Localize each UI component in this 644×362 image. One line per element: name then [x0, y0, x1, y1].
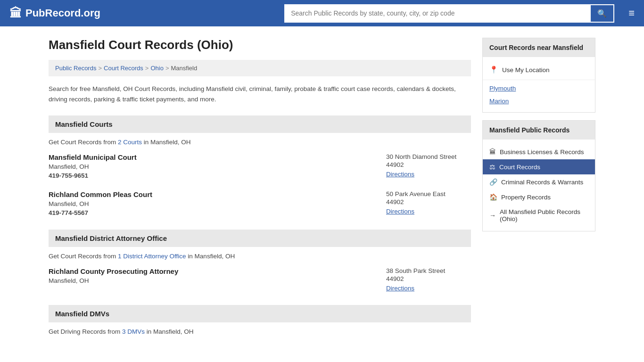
pin-icon: 📍: [489, 66, 498, 74]
sidebar-item-property[interactable]: 🏠 Property Records: [483, 189, 595, 205]
breadcrumb-ohio[interactable]: Ohio: [150, 65, 163, 72]
sidebar-item-all-records[interactable]: → All Mansfield Public Records (Ohio): [483, 205, 595, 226]
breadcrumb-sep-3: >: [165, 65, 169, 72]
sidebar-label-all: All Mansfield Public Records (Ohio): [500, 208, 588, 222]
menu-button[interactable]: ≡: [628, 8, 635, 18]
business-icon: 🏛: [489, 148, 496, 156]
logo-icon: 🏛: [9, 6, 22, 21]
court-phone-1: 419-755-9651: [49, 172, 137, 179]
court-zip-2: 44902: [386, 198, 471, 206]
court-info-2: Richland Common Pleas Court Mansfield, O…: [49, 190, 152, 216]
sidebar-near-body: 📍 Use My Location Plymouth Marion: [483, 57, 595, 112]
sidebar-public-records-box: Mansfield Public Records 🏛 Business Lice…: [482, 120, 595, 231]
directions-link-1[interactable]: Directions: [386, 171, 414, 178]
court-city-2: Mansfield, OH: [49, 200, 152, 207]
sidebar-near-plymouth[interactable]: Plymouth: [483, 82, 595, 95]
sidebar-divider-1: [483, 80, 595, 80]
page-description: Search for free Mansfield, OH Court Reco…: [49, 84, 471, 104]
courts-section: Mansfield Courts Get Court Records from …: [49, 115, 471, 216]
main-container: Mansfield Court Records (Ohio) Public Re…: [39, 26, 605, 360]
table-row: Richland Common Pleas Court Mansfield, O…: [49, 190, 471, 216]
arrow-icon: →: [489, 212, 496, 219]
breadcrumb-mansfield: Mansfield: [171, 65, 198, 72]
da-section: Mansfield District Attorney Office Get C…: [49, 230, 471, 292]
court-icon: ⚖: [489, 163, 495, 171]
da-zip-1: 44902: [386, 275, 471, 282]
sidebar-label-property: Property Records: [501, 194, 551, 201]
courts-section-header: Mansfield Courts: [49, 115, 471, 133]
sidebar-item-court-records[interactable]: ⚖ Court Records: [483, 159, 595, 174]
courts-count-link[interactable]: 2 Courts: [118, 139, 142, 146]
da-info-1: Richland County Prosecuting Attorney Man…: [49, 267, 178, 285]
site-header: 🏛 PubRecord.org 🔍 ≡: [0, 0, 644, 26]
menu-icon: ≡: [628, 7, 635, 19]
table-row: Mansfield Municipal Court Mansfield, OH …: [49, 153, 471, 179]
sidebar-label-criminal: Criminal Records & Warrants: [501, 179, 583, 186]
breadcrumb-public-records[interactable]: Public Records: [55, 65, 96, 72]
court-right-1: 30 North Diamond Street 44902 Directions: [386, 153, 471, 178]
da-name-1: Richland County Prosecuting Attorney: [49, 267, 178, 275]
search-icon: 🔍: [597, 9, 607, 17]
search-button[interactable]: 🔍: [590, 4, 614, 23]
directions-link-3[interactable]: Directions: [386, 285, 414, 292]
court-name-1: Mansfield Municipal Court: [49, 153, 137, 161]
criminal-icon: 🔗: [489, 178, 497, 186]
breadcrumb-sep-1: >: [98, 65, 102, 72]
breadcrumb-court-records[interactable]: Court Records: [104, 65, 143, 72]
directions-link-2[interactable]: Directions: [386, 208, 414, 215]
sidebar-near-header: Court Records near Mansfield: [483, 38, 595, 57]
da-city-1: Mansfield, OH: [49, 277, 178, 284]
sidebar-item-criminal[interactable]: 🔗 Criminal Records & Warrants: [483, 174, 595, 189]
dmv-section-header: Mansfield DMVs: [49, 305, 471, 322]
page-title: Mansfield Court Records (Ohio): [49, 38, 471, 52]
da-subtitle: Get Court Records from 1 District Attorn…: [49, 253, 471, 260]
da-right-1: 38 South Park Street 44902 Directions: [386, 267, 471, 292]
dmv-count-link[interactable]: 3 DMVs: [122, 328, 145, 335]
sidebar: Court Records near Mansfield 📍 Use My Lo…: [482, 38, 595, 348]
courts-subtitle: Get Court Records from 2 Courts in Mansf…: [49, 139, 471, 146]
da-street-1: 38 South Park Street: [386, 267, 471, 274]
property-icon: 🏠: [489, 193, 497, 201]
use-location-button[interactable]: 📍 Use My Location: [483, 62, 595, 78]
breadcrumb-sep-2: >: [145, 65, 149, 72]
court-right-2: 50 Park Avenue East 44902 Directions: [386, 190, 471, 215]
court-info-1: Mansfield Municipal Court Mansfield, OH …: [49, 153, 137, 179]
court-street-2: 50 Park Avenue East: [386, 190, 471, 197]
sidebar-item-business[interactable]: 🏛 Business Licenses & Records: [483, 144, 595, 159]
dmv-section: Mansfield DMVs Get Driving Records from …: [49, 305, 471, 335]
sidebar-label-business: Business Licenses & Records: [500, 148, 584, 156]
search-bar: 🔍: [284, 4, 614, 23]
search-input[interactable]: [284, 4, 590, 23]
court-street-1: 30 North Diamond Street: [386, 153, 471, 160]
sidebar-label-court: Court Records: [499, 164, 540, 171]
da-section-header: Mansfield District Attorney Office: [49, 230, 471, 247]
sidebar-near-marion[interactable]: Marion: [483, 95, 595, 107]
main-content: Mansfield Court Records (Ohio) Public Re…: [49, 38, 471, 348]
use-location-label: Use My Location: [502, 66, 550, 74]
dmv-subtitle: Get Driving Records from 3 DMVs in Mansf…: [49, 328, 471, 335]
court-name-2: Richland Common Pleas Court: [49, 190, 152, 198]
court-zip-1: 44902: [386, 161, 471, 168]
table-row: Richland County Prosecuting Attorney Man…: [49, 267, 471, 292]
sidebar-near-box: Court Records near Mansfield 📍 Use My Lo…: [482, 38, 595, 113]
sidebar-public-records-header: Mansfield Public Records: [483, 121, 595, 140]
court-city-1: Mansfield, OH: [49, 163, 137, 170]
breadcrumb: Public Records > Court Records > Ohio > …: [49, 60, 471, 76]
site-logo[interactable]: 🏛 PubRecord.org: [9, 6, 100, 21]
sidebar-public-records-body: 🏛 Business Licenses & Records ⚖ Court Re…: [483, 140, 595, 231]
da-count-link[interactable]: 1 District Attorney Office: [118, 253, 186, 260]
court-phone-2: 419-774-5567: [49, 209, 152, 216]
logo-text: PubRecord.org: [25, 7, 100, 19]
